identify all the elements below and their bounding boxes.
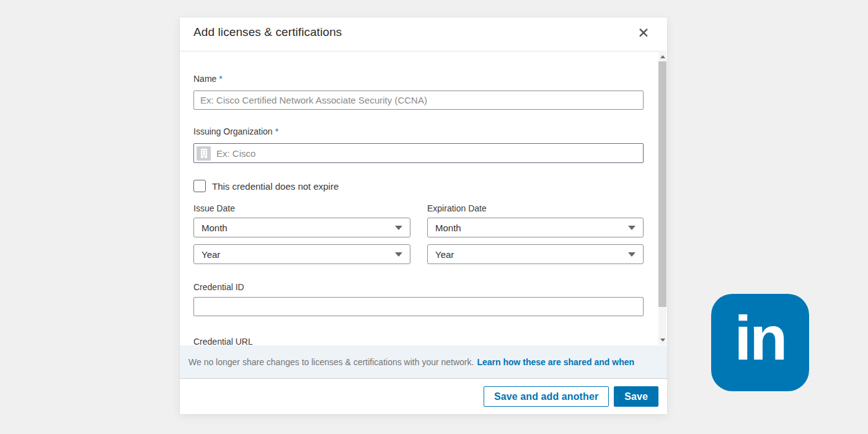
required-asterisk: * — [219, 74, 222, 84]
name-input[interactable] — [193, 91, 644, 110]
does-not-expire-checkbox[interactable] — [193, 180, 206, 192]
dialog-footer: Save and add another Save — [180, 379, 667, 414]
chevron-down-icon — [628, 252, 636, 257]
chevron-down-icon — [395, 252, 402, 257]
linkedin-logo: in — [711, 294, 809, 391]
scroll-up-arrow-icon[interactable] — [658, 53, 666, 61]
issue-year-select[interactable]: Year — [193, 244, 410, 264]
dialog-header: Add licenses & certifications ✕ — [180, 17, 667, 51]
issuing-organization-input[interactable] — [211, 144, 643, 162]
dialog-form-scroll-area: Name* Issuing Organization* This — [180, 51, 667, 345]
issue-date-label: Issue Date — [193, 203, 235, 213]
chevron-down-icon — [628, 226, 636, 230]
issuing-organization-label: Issuing Organization* — [193, 126, 278, 136]
sharing-note-text: We no longer share changes to licenses &… — [188, 357, 474, 367]
does-not-expire-label: This credential does not expire — [212, 181, 339, 192]
vertical-scrollbar[interactable] — [658, 52, 666, 345]
issue-month-select[interactable]: Month — [193, 218, 410, 237]
credential-url-label: Credential URL — [193, 337, 253, 345]
expiration-year-select[interactable]: Year — [427, 244, 644, 264]
scroll-down-arrow-icon[interactable] — [658, 336, 666, 344]
required-asterisk: * — [275, 126, 278, 136]
expiration-date-label: Expiration Date — [427, 203, 487, 213]
name-label: Name* — [193, 74, 223, 84]
credential-id-input[interactable] — [193, 297, 644, 316]
scrollbar-thumb[interactable] — [658, 61, 666, 307]
linkedin-logo-text: in — [735, 307, 786, 369]
save-button[interactable]: Save — [614, 386, 658, 407]
add-licenses-certifications-dialog: Add licenses & certifications ✕ Name* Is… — [180, 17, 667, 414]
expiration-month-select[interactable]: Month — [427, 218, 644, 237]
learn-how-shared-link[interactable]: Learn how these are shared and when — [477, 357, 634, 367]
close-icon[interactable]: ✕ — [635, 24, 652, 42]
dialog-title: Add licenses & certifications — [193, 25, 342, 39]
issuing-organization-field — [193, 143, 644, 163]
chevron-down-icon — [395, 226, 402, 230]
credential-id-label: Credential ID — [193, 282, 244, 292]
save-and-add-another-button[interactable]: Save and add another — [484, 386, 609, 407]
sharing-note-bar: We no longer share changes to licenses &… — [180, 345, 667, 379]
company-building-icon — [197, 146, 211, 161]
